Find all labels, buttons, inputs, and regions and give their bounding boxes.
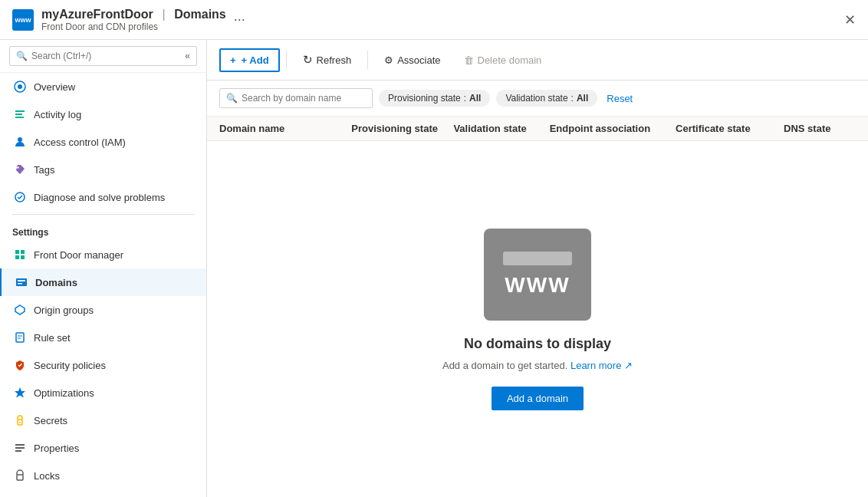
delete-icon: 🗑: [464, 54, 474, 66]
title-separator: |: [162, 8, 165, 21]
col-provisioning-state: Provisioning state: [351, 123, 453, 134]
diagnose-icon: [12, 189, 28, 205]
empty-description: Add a domain to get started. Learn more …: [442, 360, 633, 371]
refresh-button[interactable]: ↻ Refresh: [293, 48, 362, 72]
rule-set-icon: [12, 330, 28, 345]
sidebar-item-label: Locks: [34, 470, 60, 482]
svg-point-21: [19, 422, 21, 423]
sidebar-item-properties[interactable]: Properties: [0, 434, 206, 462]
nav-divider: [12, 214, 194, 215]
sidebar-item-locks[interactable]: Locks: [0, 462, 206, 489]
sidebar-item-diagnose[interactable]: Diagnose and solve problems: [0, 183, 206, 211]
learn-more-link[interactable]: Learn more ↗: [570, 360, 633, 371]
sidebar-item-label: Domains: [35, 277, 77, 288]
sidebar-item-label: Origin groups: [34, 304, 94, 316]
domains-icon: [14, 275, 29, 290]
table-header: Domain name Provisioning state Validatio…: [207, 117, 868, 141]
title-bar: www myAzureFrontDoor | Domains Front Doo…: [0, 0, 868, 40]
page-name: Domains: [174, 8, 226, 21]
close-button[interactable]: ✕: [844, 12, 856, 28]
empty-desc-text: Add a domain to get started.: [442, 360, 567, 371]
settings-section-header: Settings: [0, 218, 206, 241]
app-name: myAzureFrontDoor: [41, 8, 153, 21]
sidebar-item-secrets[interactable]: Secrets: [0, 406, 206, 434]
svg-rect-23: [15, 447, 25, 449]
svg-marker-19: [15, 387, 25, 398]
toolbar: + + Add ↻ Refresh ⚙ Associate 🗑 Delete d…: [207, 40, 868, 81]
svg-rect-8: [15, 250, 19, 254]
associate-button[interactable]: ⚙ Associate: [374, 49, 450, 71]
sidebar-item-label: Access control (IAM): [34, 137, 126, 148]
sidebar-item-origin-groups[interactable]: Origin groups: [0, 296, 206, 324]
www-icon: WWW: [484, 229, 591, 321]
add-label: + Add: [240, 54, 269, 66]
svg-rect-22: [15, 444, 25, 446]
sidebar-item-label: Diagnose and solve problems: [34, 192, 165, 203]
svg-rect-11: [21, 255, 25, 259]
valid-state-value: All: [577, 93, 588, 104]
add-button[interactable]: + + Add: [219, 48, 280, 72]
refresh-icon: ↻: [303, 53, 313, 67]
svg-rect-9: [21, 250, 25, 254]
toolbar-divider: [286, 51, 287, 69]
validation-state-filter[interactable]: Validation state : All: [496, 90, 597, 107]
sidebar-item-security-policies[interactable]: Security policies: [0, 351, 206, 379]
sidebar-item-label: Rule set: [34, 332, 71, 344]
add-icon: +: [230, 54, 236, 66]
empty-state: WWW No domains to display Add a domain t…: [207, 141, 868, 497]
associate-label: Associate: [397, 54, 440, 66]
sidebar-item-rule-set[interactable]: Rule set: [0, 324, 206, 351]
search-icon: 🔍: [16, 51, 28, 61]
www-icon-text: WWW: [505, 273, 570, 298]
sidebar-item-label: Security policies: [34, 360, 106, 371]
provisioning-state-filter[interactable]: Provisioning state : All: [379, 90, 490, 107]
toolbar-divider2: [367, 51, 368, 69]
domain-search-box[interactable]: 🔍: [219, 88, 373, 108]
optimizations-icon: [12, 385, 28, 400]
svg-rect-3: [15, 114, 22, 115]
add-domain-button[interactable]: Add a domain: [492, 387, 584, 410]
sidebar-item-activity-log[interactable]: Activity log: [0, 100, 206, 128]
sidebar-item-tags[interactable]: Tags: [0, 156, 206, 183]
search-input[interactable]: [31, 51, 185, 61]
col-validation-state: Validation state: [453, 123, 549, 134]
svg-rect-25: [17, 475, 23, 480]
locks-icon: [12, 468, 28, 483]
search-input-wrapper[interactable]: 🔍 «: [9, 46, 197, 66]
app-icon-text: www: [15, 16, 31, 24]
sidebar-item-front-door-manager[interactable]: Front Door manager: [0, 241, 206, 268]
svg-rect-24: [15, 450, 21, 452]
col-endpoint-association: Endpoint association: [550, 123, 676, 134]
svg-point-1: [18, 84, 22, 89]
external-link-icon: ↗: [624, 360, 633, 371]
col-dns-state: DNS state: [784, 123, 856, 134]
svg-point-5: [18, 137, 22, 142]
sidebar-item-label: Secrets: [34, 415, 67, 426]
sidebar-item-label: Optimizations: [34, 387, 94, 399]
tags-icon: [12, 162, 28, 177]
sidebar-item-optimizations[interactable]: Optimizations: [0, 379, 206, 406]
secrets-icon: [12, 413, 28, 428]
svg-rect-2: [15, 110, 25, 112]
search-icon: 🔍: [226, 93, 238, 104]
sidebar-item-access-control[interactable]: Access control (IAM): [0, 128, 206, 156]
ellipsis-menu[interactable]: ···: [234, 12, 245, 28]
prov-state-value: All: [469, 93, 481, 104]
sidebar-collapse-icon[interactable]: «: [185, 51, 190, 61]
domain-search-input[interactable]: [242, 93, 366, 104]
empty-title: No domains to display: [464, 336, 611, 352]
svg-rect-12: [16, 278, 27, 286]
sidebar-item-domains[interactable]: Domains: [0, 268, 206, 296]
access-control-icon: [12, 134, 28, 150]
www-icon-bar: [503, 252, 572, 265]
filter-colon: :: [464, 93, 466, 104]
sidebar-item-overview[interactable]: Overview: [0, 73, 206, 100]
svg-rect-10: [15, 255, 19, 259]
delete-domain-button[interactable]: 🗑 Delete domain: [454, 49, 552, 71]
filters-bar: 🔍 Provisioning state : All Validation st…: [207, 81, 868, 117]
reset-filter-link[interactable]: Reset: [607, 93, 633, 104]
title-bar-text: myAzureFrontDoor | Domains Front Door an…: [41, 8, 226, 32]
sidebar-item-label: Activity log: [34, 109, 81, 120]
origin-groups-icon: [12, 302, 28, 318]
main-layout: 🔍 « Overview Activity log: [0, 40, 868, 497]
